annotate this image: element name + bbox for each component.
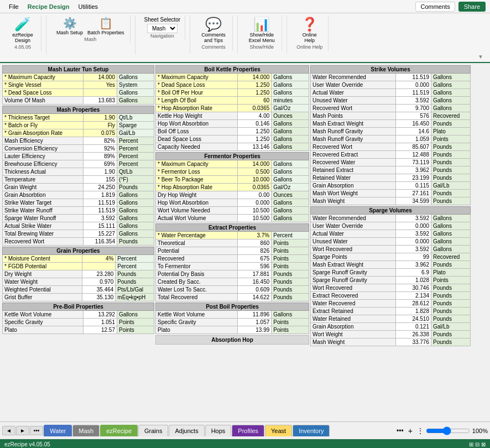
- table-row: Gallons: [117, 311, 154, 319]
- table-row: Pounds: [431, 190, 470, 197]
- table-row: Dead Space Loss: [156, 136, 238, 143]
- table-row: Gal/Lb: [117, 129, 154, 137]
- tab-add-button[interactable]: +: [406, 426, 415, 435]
- tab-prev-button[interactable]: ◄: [2, 426, 15, 435]
- showhide-excel-button[interactable]: 📊 Show/HideExcel Menu: [247, 17, 277, 44]
- menu-utilities[interactable]: Utilities: [74, 2, 102, 11]
- zoom-slider[interactable]: [426, 426, 470, 435]
- table-row: Pounds: [431, 315, 470, 323]
- table-row: 13.683: [84, 97, 117, 105]
- tab-inventory[interactable]: Inventory: [293, 425, 330, 436]
- tab-hops[interactable]: Hops: [205, 425, 232, 436]
- table-row: Brewhouse Efficiency: [3, 160, 84, 168]
- ribbon-group-comments: 💬 Commentsand Tips Comments: [195, 15, 233, 51]
- table-row: 17.881: [237, 270, 272, 278]
- table-row: Recovered Wort: [311, 143, 396, 151]
- sheet-selector-dropdown[interactable]: Mash: [147, 24, 178, 33]
- table-row: Plato: [3, 326, 84, 334]
- table-row: Gallons: [272, 199, 309, 207]
- table-row: Gallons: [272, 81, 309, 89]
- table-row: Gallons: [272, 89, 309, 97]
- tab-adjuncts[interactable]: Adjuncts: [169, 425, 204, 436]
- ezrecipe-design-button[interactable]: 🧪 ezRecipeDesign: [9, 17, 37, 44]
- table-row: 13.99: [237, 326, 272, 334]
- table-row: * Maximum Capacity: [156, 160, 238, 168]
- table-row: Points: [431, 277, 470, 284]
- table-row: 24.510: [395, 315, 431, 323]
- table-row: Gallons: [272, 120, 309, 128]
- table-row: User Water Override: [311, 81, 396, 89]
- menu-file[interactable]: File: [4, 2, 23, 11]
- comments-tips-icon: 💬: [205, 18, 222, 31]
- mash-setup-button[interactable]: ⚙️ Mash Setup: [55, 17, 84, 37]
- table-row: Mash Points: [311, 112, 396, 120]
- table-row: 69%: [84, 160, 117, 168]
- table-row: 3.7%: [237, 232, 272, 239]
- table-row: 28.612: [395, 300, 431, 308]
- table-row: Pts/Lb/Gal: [116, 286, 154, 294]
- table-row: Gallons: [272, 176, 309, 184]
- share-button[interactable]: Share: [458, 2, 486, 12]
- tab-grains[interactable]: Grains: [138, 425, 168, 436]
- table-row: Mash Extract Weight: [311, 120, 396, 128]
- table-row: Gallons: [431, 246, 470, 253]
- tab-water[interactable]: Water: [44, 425, 72, 436]
- table-row: Gallons: [431, 230, 470, 238]
- table-row: Pounds: [431, 308, 470, 315]
- table-row: 116.354: [84, 238, 117, 246]
- table-row: Unused Water: [311, 238, 396, 246]
- table-row: Gallons: [272, 136, 309, 143]
- table-row: (°F): [117, 176, 154, 184]
- online-help-icon: ❓: [301, 18, 318, 31]
- table-row: 13.146: [237, 143, 272, 151]
- tab-overflow-button[interactable]: •••: [397, 427, 404, 435]
- table-row: * Water Percentage: [156, 232, 238, 239]
- table-row: 24.250: [84, 184, 117, 191]
- menu-recipe-design[interactable]: Recipe Design: [23, 2, 74, 11]
- comments-tips-button[interactable]: 💬 Commentsand Tips: [199, 17, 228, 44]
- table-row: Dry Weight: [3, 270, 82, 278]
- table-row: Wort Recovered: [311, 246, 396, 253]
- status-bar: ezRecipe v4.05.05 ⊞ ⊟ ⊠: [0, 439, 490, 448]
- online-help-button[interactable]: ❓ OnlineHelp: [296, 17, 324, 44]
- table-row: Ounces: [272, 191, 309, 199]
- table-row: Gallons: [431, 97, 470, 105]
- table-row: Points: [117, 319, 154, 326]
- table-row: Kettle Wort Volume: [3, 311, 84, 319]
- table-row: 35.464: [82, 286, 116, 294]
- table-row: 14.000: [237, 160, 272, 168]
- mash-setup-icon: ⚙️: [63, 18, 77, 29]
- table-row: * Grain Absorption Rate: [3, 129, 84, 137]
- table-row: Conversion Efficiency: [3, 145, 84, 153]
- tab-more-button[interactable]: •••: [30, 426, 44, 435]
- table-row: 85.607: [395, 143, 431, 151]
- table-row: 0.970: [82, 278, 116, 286]
- column-3: Strike Volumes Water Recommended11.519Ga…: [310, 65, 471, 419]
- table-row: Qt/Lb: [117, 168, 154, 176]
- table-row: 576: [395, 112, 431, 120]
- ribbon-group-mash: ⚙️ Mash Setup 📋 Batch Properties Mash: [51, 15, 131, 43]
- table-row: * Fermentor Loss: [156, 168, 238, 176]
- ezrecipe-icon: 🧪: [14, 18, 31, 31]
- comments-button[interactable]: Comments: [415, 2, 455, 12]
- table-row: [82, 263, 116, 270]
- tab-options-button[interactable]: ⋮: [417, 427, 424, 435]
- table-row: Grain Absorption: [311, 182, 396, 190]
- mash-setup-label: Mash Setup: [56, 30, 83, 35]
- grain-properties-title: Grain Properties: [3, 247, 154, 255]
- tab-ezrecipe[interactable]: ezRecipe: [100, 425, 138, 436]
- tab-yeast[interactable]: Yeast: [265, 425, 292, 436]
- tab-mash[interactable]: Mash: [72, 425, 100, 436]
- table-row: Gal/Lb: [431, 182, 470, 190]
- table-row: Pounds: [431, 300, 470, 308]
- table-row: To Fermentor: [156, 263, 238, 270]
- tab-next-button[interactable]: ►: [16, 426, 29, 435]
- sparge-volumes-table: Sparge Volumes Water Recommended3.592Gal…: [310, 206, 471, 346]
- table-row: Pounds: [431, 159, 470, 166]
- tab-profiles[interactable]: Profiles: [232, 425, 264, 436]
- table-row: Pounds: [272, 294, 309, 301]
- batch-properties-button[interactable]: 📋 Batch Properties: [86, 17, 126, 37]
- table-row: Wort Recovered: [311, 284, 396, 292]
- table-row: * Beer To Package: [156, 176, 238, 184]
- sep5: [286, 15, 287, 54]
